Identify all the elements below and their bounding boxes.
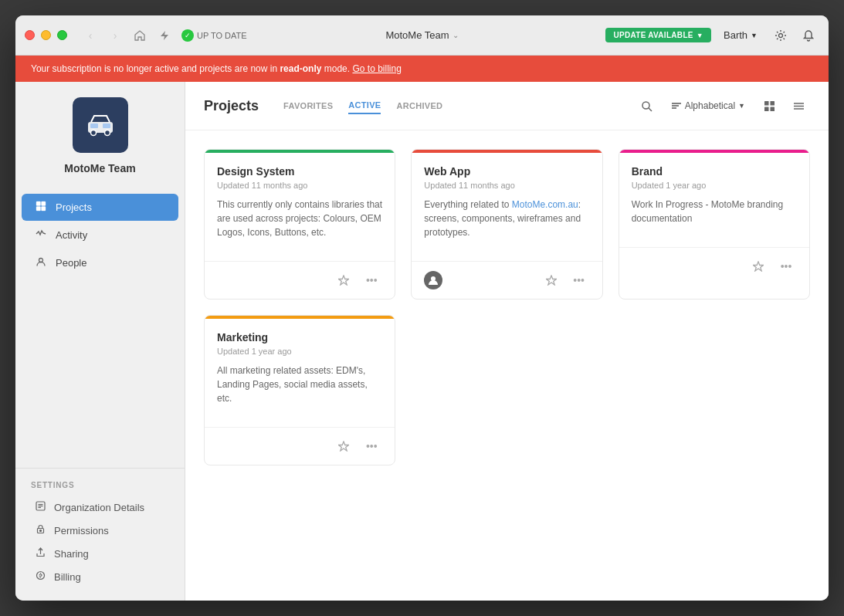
svg-marker-32	[546, 276, 556, 285]
sidebar-item-org-details[interactable]: Organization Details	[28, 496, 172, 519]
card-updated: Updated 1 year ago	[217, 347, 382, 356]
maximize-button[interactable]	[57, 30, 67, 40]
tab-bar: FAVORITES ACTIVE ARCHIVED	[283, 97, 442, 114]
people-label: People	[56, 257, 86, 269]
billing-icon	[34, 570, 46, 583]
update-available-button[interactable]: UPDATE AVAILABLE ▼	[605, 28, 711, 42]
card-title: Marketing	[217, 331, 382, 344]
card-updated: Updated 11 months ago	[217, 181, 382, 190]
title-text: MotoMe Team	[385, 29, 449, 41]
tab-active[interactable]: ACTIVE	[348, 97, 381, 114]
projects-grid: Design System Updated 11 months ago This…	[185, 130, 829, 484]
web-app-link[interactable]: MotoMe.com.au	[512, 199, 578, 210]
subscription-banner: Your subscription is no longer active an…	[15, 56, 829, 82]
minimize-button[interactable]	[41, 30, 51, 40]
org-details-label: Organization Details	[54, 502, 144, 513]
more-options-button[interactable]: •••	[361, 269, 382, 291]
update-chevron-icon: ▼	[697, 32, 703, 39]
project-card-web-app[interactable]: Web App Updated 11 months ago Everything…	[411, 149, 602, 300]
card-footer: •••	[205, 261, 395, 299]
activity-icon	[34, 228, 48, 242]
title-chevron-icon: ⌄	[453, 31, 459, 39]
page-title: Projects	[204, 98, 259, 114]
card-title: Web App	[424, 165, 589, 178]
more-options-button[interactable]: •••	[775, 256, 797, 277]
permissions-label: Permissions	[54, 525, 109, 536]
user-menu-button[interactable]: Barth ▼	[717, 26, 764, 44]
sidebar-item-people[interactable]: People	[22, 249, 178, 276]
card-footer-left	[424, 271, 534, 289]
up-to-date-status: ✓ UP TO DATE	[181, 29, 247, 42]
update-badge-label: UPDATE AVAILABLE	[613, 31, 693, 39]
traffic-lights	[25, 30, 67, 40]
content-header: Projects FAVORITES ACTIVE ARCHIVED	[185, 82, 829, 130]
list-view-button[interactable]	[787, 94, 810, 117]
avatar	[424, 271, 442, 289]
titlebar-icons: ✓ UP TO DATE	[129, 25, 247, 46]
svg-point-18	[642, 102, 649, 109]
project-card-brand[interactable]: Brand Updated 1 year ago Work In Progres…	[619, 149, 810, 300]
home-icon[interactable]	[129, 25, 151, 46]
tab-archived[interactable]: ARCHIVED	[396, 98, 442, 113]
star-button[interactable]	[747, 256, 769, 277]
lightning-icon[interactable]	[154, 25, 175, 46]
svg-marker-33	[753, 262, 763, 271]
svg-rect-26	[770, 107, 775, 111]
sidebar-item-sharing[interactable]: Sharing	[28, 542, 172, 565]
sort-button[interactable]: Alphabetical ▼	[665, 96, 751, 115]
nav-buttons: ‹ ›	[80, 25, 126, 46]
card-description: Work In Progress - MotoMe branding docum…	[632, 198, 797, 225]
svg-rect-7	[42, 201, 46, 206]
back-button[interactable]: ‹	[80, 25, 101, 46]
user-name-label: Barth	[724, 29, 747, 41]
project-card-design-system[interactable]: Design System Updated 11 months ago This…	[204, 149, 395, 300]
more-options-button[interactable]: •••	[361, 435, 382, 457]
activity-label: Activity	[56, 229, 87, 241]
up-to-date-label: UP TO DATE	[197, 31, 247, 40]
billing-label: Billing	[54, 571, 81, 583]
sidebar-item-activity[interactable]: Activity	[22, 222, 178, 249]
org-name-label: MotoMe Team	[64, 162, 135, 174]
titlebar-title: MotoMe Team ⌄	[385, 29, 458, 41]
card-footer: •••	[205, 427, 395, 465]
card-description: All marketing related assets: EDM's, Lan…	[217, 364, 382, 405]
sidebar-item-projects[interactable]: Projects	[22, 194, 178, 221]
go-to-billing-link[interactable]: Go to billing	[352, 63, 401, 74]
sidebar-item-permissions[interactable]: Permissions	[28, 519, 172, 542]
more-options-button[interactable]: •••	[568, 269, 590, 291]
content-area: Projects FAVORITES ACTIVE ARCHIVED	[185, 82, 829, 601]
header-actions: Alphabetical ▼	[636, 94, 810, 117]
svg-rect-5	[103, 124, 110, 128]
svg-marker-34	[339, 442, 349, 451]
notifications-icon[interactable]	[798, 25, 819, 46]
card-updated: Updated 1 year ago	[632, 181, 797, 190]
svg-point-16	[39, 530, 41, 532]
sidebar-item-billing[interactable]: Billing	[28, 565, 172, 588]
settings-section: SETTINGS Organization Details	[15, 468, 185, 601]
titlebar: ‹ › ✓ UP TO DATE MotoMe Team ⌄	[15, 15, 829, 56]
card-description: This currently only contains libraries t…	[217, 198, 382, 239]
card-footer: •••	[412, 261, 602, 299]
star-button[interactable]	[333, 435, 354, 457]
forward-button[interactable]: ›	[104, 25, 126, 46]
project-card-marketing[interactable]: Marketing Updated 1 year ago All marketi…	[204, 315, 395, 465]
card-body: Brand Updated 1 year ago Work In Progres…	[619, 153, 809, 247]
settings-icon[interactable]	[770, 25, 791, 46]
projects-icon	[34, 201, 48, 214]
grid-view-button[interactable]	[758, 94, 781, 117]
star-button[interactable]	[333, 269, 354, 291]
check-icon: ✓	[181, 29, 194, 42]
org-section: MotoMe Team	[15, 97, 185, 190]
tab-favorites[interactable]: FAVORITES	[283, 98, 333, 113]
star-button[interactable]	[541, 269, 562, 291]
banner-text-suffix: mode.	[324, 63, 353, 74]
svg-point-3	[104, 130, 110, 136]
svg-rect-4	[90, 124, 98, 128]
card-footer: •••	[619, 247, 809, 285]
card-body: Web App Updated 11 months ago Everything…	[412, 153, 602, 261]
banner-bold-text: read-only	[280, 63, 321, 74]
search-button[interactable]	[636, 94, 659, 117]
svg-point-0	[779, 33, 783, 37]
svg-rect-9	[42, 207, 46, 212]
close-button[interactable]	[25, 30, 35, 40]
